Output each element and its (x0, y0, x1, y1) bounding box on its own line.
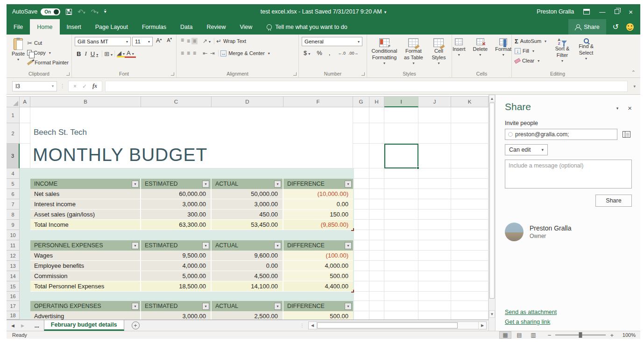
ribbon-display-options-icon[interactable] (583, 9, 590, 14)
sheet-nav-left-icon[interactable]: ◀ (11, 323, 14, 328)
insert-cells-button[interactable]: Insert▾ (450, 37, 468, 59)
filter-button[interactable] (274, 181, 281, 188)
name-box[interactable]: I3 (12, 81, 57, 91)
font-color-button[interactable]: A (125, 49, 136, 58)
zoom-in-icon[interactable]: + (610, 332, 614, 339)
column-header-I[interactable]: I (384, 96, 418, 107)
row-header-3[interactable]: 3 (7, 144, 20, 168)
comma-style-button[interactable]: , (327, 49, 333, 56)
table-cell[interactable]: 300.00 (141, 209, 212, 220)
table-cell[interactable]: 18,500.00 (141, 281, 212, 292)
horizontal-scrollbar[interactable]: ◀ ▶ (308, 321, 487, 329)
table-cell[interactable]: 450.00 (212, 209, 283, 220)
clipboard-dialog-launcher-icon[interactable] (66, 72, 70, 76)
autosave-toggle[interactable]: AutoSave On (12, 8, 60, 15)
title-dropdown-icon[interactable]: ▾ (384, 10, 387, 14)
fill-color-button[interactable]: ◢ (117, 50, 125, 57)
autosave-switch[interactable]: On (41, 8, 60, 15)
table-cell[interactable]: Commission (30, 271, 141, 281)
filter-button[interactable] (345, 303, 352, 310)
row-header-17[interactable]: 17 (7, 301, 20, 311)
table-cell[interactable]: 3,000.00 (141, 199, 212, 209)
decrease-indent-button[interactable]: ⇤ (201, 50, 209, 56)
middle-align-button[interactable]: ≡ (185, 38, 191, 44)
table-cell[interactable]: 4,000.00 (141, 261, 212, 271)
increase-indent-button[interactable]: ⇥ (209, 50, 216, 56)
expand-formula-bar-icon[interactable]: ▾ (630, 84, 638, 89)
formula-input[interactable] (105, 81, 628, 92)
align-left-button[interactable]: ≡ (179, 50, 185, 56)
tab-view[interactable]: View (233, 19, 259, 35)
scroll-right-icon[interactable]: ▶ (478, 322, 486, 329)
vertical-scrollbar[interactable]: ▲ ▼ (488, 95, 495, 331)
scroll-left-icon[interactable]: ◀ (309, 322, 317, 329)
table-cell[interactable]: (10,000.00) (283, 189, 353, 199)
fill-handle[interactable] (417, 167, 419, 169)
owner-item[interactable]: Preston Gralla Owner (505, 223, 632, 241)
font-size-combo[interactable]: 11 (132, 37, 153, 46)
column-header-B[interactable]: B (30, 96, 141, 107)
clear-button[interactable]: Clear (515, 56, 546, 65)
copy-button[interactable]: Copy (27, 49, 69, 57)
table-cell[interactable]: 9,500.00 (141, 251, 212, 261)
table-cell[interactable]: 0.00 (212, 261, 283, 271)
table-cell[interactable]: Asset sales (gain/loss) (30, 209, 141, 220)
table-cell[interactable]: 3,000.00 (141, 311, 212, 320)
column-header-G[interactable]: G (353, 96, 369, 107)
table-cell[interactable]: 150.00 (283, 209, 353, 220)
redo-icon[interactable]: ↷▾ (91, 8, 98, 15)
restore-button[interactable] (615, 9, 619, 14)
customize-qat-icon[interactable]: ▾̄ (104, 9, 106, 14)
column-header-D[interactable]: D (212, 96, 283, 107)
pane-close-icon[interactable]: × (628, 104, 632, 112)
feedback-smiley-icon[interactable] (626, 23, 634, 31)
table-cell[interactable]: Total Income (30, 220, 141, 230)
tell-me-box[interactable]: Tell me what you want to do (261, 19, 353, 35)
share-send-button[interactable]: Share (595, 195, 632, 207)
top-align-button[interactable]: ≡ (179, 37, 185, 43)
column-header-H[interactable]: H (369, 96, 384, 107)
undo-icon[interactable]: ↶▾ (78, 8, 85, 15)
address-book-button[interactable] (621, 129, 632, 140)
row-header-11[interactable]: 11 (7, 240, 20, 251)
zoom-slider[interactable] (555, 335, 606, 335)
permission-dropdown[interactable]: Can edit (505, 144, 548, 155)
percent-style-button[interactable]: % (315, 49, 324, 56)
scroll-down-icon[interactable]: ▼ (489, 310, 495, 318)
alignment-dialog-launcher-icon[interactable] (293, 72, 297, 76)
new-sheet-button[interactable]: + (132, 321, 140, 329)
delete-cells-button[interactable]: Delete▾ (470, 37, 490, 59)
row-header-18[interactable]: 18 (7, 311, 20, 320)
table-cell[interactable]: 5,000.00 (141, 271, 212, 281)
tab-insert[interactable]: Insert (60, 19, 88, 35)
row-header-15[interactable]: 15 (7, 281, 20, 292)
sheet-nav-right-icon[interactable]: ▶ (21, 323, 24, 328)
table-resize-handle[interactable] (351, 228, 354, 231)
cell-styles-button[interactable]: Cell Styles▾ (428, 37, 449, 67)
autosum-button[interactable]: ΣAutoSum (515, 37, 546, 45)
bottom-align-button[interactable]: ≡ (191, 38, 198, 44)
row-header-2[interactable]: 2 (7, 123, 20, 144)
page-break-view-icon[interactable]: ▥ (527, 331, 539, 339)
filter-button[interactable] (202, 303, 209, 310)
column-header-A[interactable]: A (20, 96, 30, 107)
save-icon[interactable] (66, 9, 72, 15)
bold-button[interactable]: B (75, 50, 83, 57)
hscroll-thumb[interactable] (317, 322, 458, 328)
table-cell[interactable]: 500.00 (283, 311, 353, 320)
row-header-9[interactable]: 9 (7, 220, 20, 230)
table-cell[interactable]: 2,500.00 (212, 311, 283, 320)
tab-data[interactable]: Data (173, 19, 199, 35)
table-cell[interactable]: 0.00 (283, 199, 353, 209)
zoom-out-icon[interactable]: − (548, 332, 552, 339)
row-header-1[interactable]: 1 (7, 107, 20, 123)
row-header-7[interactable]: 7 (7, 199, 20, 209)
row-header-10[interactable]: 10 (7, 230, 20, 240)
column-header-C[interactable]: C (141, 96, 212, 107)
pane-options-icon[interactable]: ▾ (616, 106, 619, 111)
format-cells-button[interactable]: Format▾ (493, 37, 514, 59)
send-as-attachment-link[interactable]: Send as attachment (505, 309, 632, 315)
invite-people-input[interactable]: preston@gralla.com; (505, 129, 617, 140)
increase-font-size-button[interactable]: A▴ (154, 37, 163, 46)
row-header-6[interactable]: 6 (7, 189, 20, 199)
